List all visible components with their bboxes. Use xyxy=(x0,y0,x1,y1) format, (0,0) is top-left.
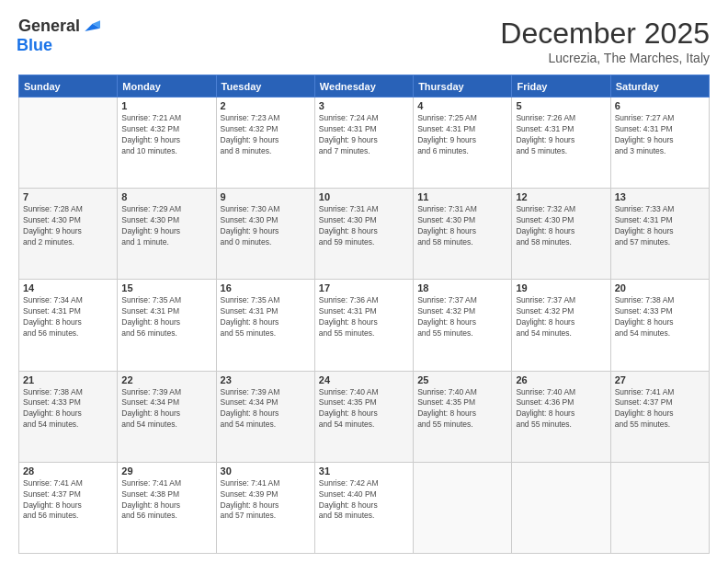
day-number: 14 xyxy=(23,282,113,293)
day-number: 3 xyxy=(319,100,409,111)
header-row: Sunday Monday Tuesday Wednesday Thursday… xyxy=(19,75,710,98)
calendar-cell: 9Sunrise: 7:30 AM Sunset: 4:30 PM Daylig… xyxy=(216,189,314,280)
month-title: December 2025 xyxy=(500,17,710,51)
day-number: 30 xyxy=(221,465,311,477)
location: Lucrezia, The Marches, Italy xyxy=(500,51,710,65)
day-info: Sunrise: 7:40 AM Sunset: 4:35 PM Dayligh… xyxy=(417,387,507,431)
calendar-cell: 17Sunrise: 7:36 AM Sunset: 4:31 PM Dayli… xyxy=(314,280,413,371)
day-info: Sunrise: 7:31 AM Sunset: 4:30 PM Dayligh… xyxy=(319,204,409,248)
logo-general-text: General xyxy=(18,17,80,36)
calendar-cell: 29Sunrise: 7:41 AM Sunset: 4:38 PM Dayli… xyxy=(118,462,216,553)
day-info: Sunrise: 7:39 AM Sunset: 4:34 PM Dayligh… xyxy=(221,387,311,431)
calendar-cell: 18Sunrise: 7:37 AM Sunset: 4:32 PM Dayli… xyxy=(414,280,512,371)
calendar-cell: 6Sunrise: 7:27 AM Sunset: 4:31 PM Daylig… xyxy=(610,98,709,189)
day-number: 19 xyxy=(516,282,606,293)
day-number: 13 xyxy=(615,191,705,202)
calendar-cell: 31Sunrise: 7:42 AM Sunset: 4:40 PM Dayli… xyxy=(314,462,413,553)
day-info: Sunrise: 7:35 AM Sunset: 4:31 PM Dayligh… xyxy=(221,295,311,339)
calendar-cell: 22Sunrise: 7:39 AM Sunset: 4:34 PM Dayli… xyxy=(118,371,216,462)
day-number: 2 xyxy=(221,100,311,111)
day-number: 9 xyxy=(221,191,311,202)
calendar-cell: 4Sunrise: 7:25 AM Sunset: 4:31 PM Daylig… xyxy=(414,98,512,189)
calendar-cell: 25Sunrise: 7:40 AM Sunset: 4:35 PM Dayli… xyxy=(414,371,512,462)
calendar-cell: 23Sunrise: 7:39 AM Sunset: 4:34 PM Dayli… xyxy=(216,371,314,462)
day-info: Sunrise: 7:31 AM Sunset: 4:30 PM Dayligh… xyxy=(417,204,507,248)
header-tuesday: Tuesday xyxy=(216,75,314,98)
calendar-cell: 8Sunrise: 7:29 AM Sunset: 4:30 PM Daylig… xyxy=(118,189,216,280)
day-number: 17 xyxy=(319,282,409,293)
day-info: Sunrise: 7:25 AM Sunset: 4:31 PM Dayligh… xyxy=(417,113,507,157)
header: General Blue December 2025 Lucrezia, The… xyxy=(18,17,710,65)
day-number: 20 xyxy=(615,282,705,293)
day-number: 15 xyxy=(121,282,211,293)
logo-icon xyxy=(82,17,100,36)
page: General Blue December 2025 Lucrezia, The… xyxy=(0,0,728,563)
day-info: Sunrise: 7:39 AM Sunset: 4:34 PM Dayligh… xyxy=(121,387,211,431)
calendar-cell: 1Sunrise: 7:21 AM Sunset: 4:32 PM Daylig… xyxy=(118,98,216,189)
calendar-cell xyxy=(19,98,118,189)
calendar-cell: 2Sunrise: 7:23 AM Sunset: 4:32 PM Daylig… xyxy=(216,98,314,189)
logo-blue-text: Blue xyxy=(17,36,52,55)
day-number: 31 xyxy=(319,465,409,477)
day-info: Sunrise: 7:37 AM Sunset: 4:32 PM Dayligh… xyxy=(516,295,606,339)
calendar-cell: 10Sunrise: 7:31 AM Sunset: 4:30 PM Dayli… xyxy=(314,189,413,280)
calendar-cell: 16Sunrise: 7:35 AM Sunset: 4:31 PM Dayli… xyxy=(216,280,314,371)
day-info: Sunrise: 7:42 AM Sunset: 4:40 PM Dayligh… xyxy=(319,478,409,523)
calendar-cell: 5Sunrise: 7:26 AM Sunset: 4:31 PM Daylig… xyxy=(512,98,610,189)
day-info: Sunrise: 7:32 AM Sunset: 4:30 PM Dayligh… xyxy=(516,204,606,248)
day-info: Sunrise: 7:21 AM Sunset: 4:32 PM Dayligh… xyxy=(121,113,211,157)
header-monday: Monday xyxy=(118,75,216,98)
day-number: 7 xyxy=(23,191,113,202)
calendar-cell: 21Sunrise: 7:38 AM Sunset: 4:33 PM Dayli… xyxy=(19,371,118,462)
day-info: Sunrise: 7:41 AM Sunset: 4:37 PM Dayligh… xyxy=(615,387,705,431)
day-info: Sunrise: 7:34 AM Sunset: 4:31 PM Dayligh… xyxy=(23,295,113,339)
day-info: Sunrise: 7:37 AM Sunset: 4:32 PM Dayligh… xyxy=(417,295,507,339)
day-info: Sunrise: 7:40 AM Sunset: 4:35 PM Dayligh… xyxy=(319,387,409,431)
calendar-cell: 20Sunrise: 7:38 AM Sunset: 4:33 PM Dayli… xyxy=(610,280,709,371)
day-number: 11 xyxy=(417,191,507,202)
day-info: Sunrise: 7:36 AM Sunset: 4:31 PM Dayligh… xyxy=(319,295,409,339)
header-sunday: Sunday xyxy=(19,75,118,98)
day-number: 4 xyxy=(417,100,507,111)
calendar-cell: 15Sunrise: 7:35 AM Sunset: 4:31 PM Dayli… xyxy=(118,280,216,371)
day-info: Sunrise: 7:38 AM Sunset: 4:33 PM Dayligh… xyxy=(23,387,113,431)
day-info: Sunrise: 7:35 AM Sunset: 4:31 PM Dayligh… xyxy=(121,295,211,339)
day-number: 21 xyxy=(23,374,113,385)
header-wednesday: Wednesday xyxy=(314,75,413,98)
day-number: 5 xyxy=(516,100,606,111)
day-info: Sunrise: 7:28 AM Sunset: 4:30 PM Dayligh… xyxy=(23,204,113,248)
day-number: 6 xyxy=(615,100,705,111)
day-number: 10 xyxy=(319,191,409,202)
calendar-cell: 28Sunrise: 7:41 AM Sunset: 4:37 PM Dayli… xyxy=(19,462,118,553)
day-number: 27 xyxy=(615,374,705,385)
day-info: Sunrise: 7:23 AM Sunset: 4:32 PM Dayligh… xyxy=(221,113,311,157)
calendar-cell: 30Sunrise: 7:41 AM Sunset: 4:39 PM Dayli… xyxy=(216,462,314,553)
calendar-cell xyxy=(512,462,610,553)
day-number: 16 xyxy=(221,282,311,293)
day-info: Sunrise: 7:33 AM Sunset: 4:31 PM Dayligh… xyxy=(615,204,705,248)
day-number: 24 xyxy=(319,374,409,385)
day-number: 23 xyxy=(221,374,311,385)
day-info: Sunrise: 7:41 AM Sunset: 4:39 PM Dayligh… xyxy=(221,478,311,523)
calendar-cell: 7Sunrise: 7:28 AM Sunset: 4:30 PM Daylig… xyxy=(19,189,118,280)
calendar-cell: 19Sunrise: 7:37 AM Sunset: 4:32 PM Dayli… xyxy=(512,280,610,371)
calendar-cell xyxy=(610,462,709,553)
day-number: 18 xyxy=(417,282,507,293)
logo: General Blue xyxy=(18,17,100,55)
calendar-cell: 11Sunrise: 7:31 AM Sunset: 4:30 PM Dayli… xyxy=(414,189,512,280)
day-number: 26 xyxy=(516,374,606,385)
day-info: Sunrise: 7:41 AM Sunset: 4:37 PM Dayligh… xyxy=(23,478,113,523)
calendar-cell: 27Sunrise: 7:41 AM Sunset: 4:37 PM Dayli… xyxy=(610,371,709,462)
day-number: 22 xyxy=(121,374,211,385)
calendar-cell: 3Sunrise: 7:24 AM Sunset: 4:31 PM Daylig… xyxy=(314,98,413,189)
calendar-cell: 13Sunrise: 7:33 AM Sunset: 4:31 PM Dayli… xyxy=(610,189,709,280)
calendar-cell: 12Sunrise: 7:32 AM Sunset: 4:30 PM Dayli… xyxy=(512,189,610,280)
calendar-cell: 24Sunrise: 7:40 AM Sunset: 4:35 PM Dayli… xyxy=(314,371,413,462)
day-info: Sunrise: 7:38 AM Sunset: 4:33 PM Dayligh… xyxy=(615,295,705,339)
day-number: 28 xyxy=(23,465,113,477)
day-number: 12 xyxy=(516,191,606,202)
day-info: Sunrise: 7:27 AM Sunset: 4:31 PM Dayligh… xyxy=(615,113,705,157)
calendar-cell: 14Sunrise: 7:34 AM Sunset: 4:31 PM Dayli… xyxy=(19,280,118,371)
header-saturday: Saturday xyxy=(610,75,709,98)
calendar-cell: 26Sunrise: 7:40 AM Sunset: 4:36 PM Dayli… xyxy=(512,371,610,462)
